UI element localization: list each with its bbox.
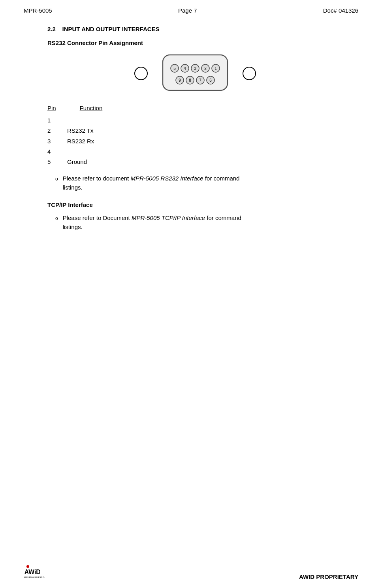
rs232-bullets: o Please refer to document MPR-5005 RS23… <box>55 174 342 192</box>
rs232-subtitle: RS232 Connector Pin Assignment <box>47 39 342 46</box>
svg-text:1: 1 <box>215 66 217 71</box>
rs232-section: RS232 Connector Pin Assignment 5 4 <box>47 39 342 192</box>
pin-rows: 1 2 RS232 Tx 3 RS232 Rx 4 5 Ground <box>47 115 342 167</box>
svg-text:6: 6 <box>209 78 212 83</box>
connector-diagram: 5 4 3 2 1 9 <box>47 52 342 95</box>
svg-text:3: 3 <box>194 66 196 71</box>
tcpip-bullet-icon: o <box>55 215 58 231</box>
left-circle <box>134 67 148 80</box>
rs232-bullet-item: o Please refer to document MPR-5005 RS23… <box>55 174 342 192</box>
rs232-bullet-text: Please refer to document MPR-5005 RS232 … <box>63 174 260 192</box>
function-col-header: Function <box>80 105 103 111</box>
pin-row-3: 3 RS232 Rx <box>47 136 342 147</box>
header-right: Doc# 041326 <box>323 7 358 14</box>
pin-row-2: 2 RS232 Tx <box>47 126 342 136</box>
svg-text:4: 4 <box>184 66 186 71</box>
header-center: Page 7 <box>178 7 197 14</box>
pin-row-1: 1 <box>47 115 342 126</box>
page-footer: AWID PROPRIETARY <box>0 573 382 580</box>
tcpip-bullets: o Please refer to Document MPR-5005 TCP/… <box>55 214 342 231</box>
pin-table: Pin Function 1 2 RS232 Tx 3 RS232 Rx <box>47 105 342 167</box>
tcpip-bullet-text: Please refer to Document MPR-5005 TCP/IP… <box>63 214 260 231</box>
svg-rect-0 <box>163 55 228 90</box>
svg-text:7: 7 <box>199 78 201 83</box>
connector-body: 5 4 3 2 1 9 <box>160 52 231 95</box>
tcpip-section: TCP/IP Interface o Please refer to Docum… <box>47 201 342 231</box>
svg-text:9: 9 <box>179 78 181 83</box>
tcpip-bullet-item: o Please refer to Document MPR-5005 TCP/… <box>55 214 342 231</box>
main-content: 2.2 INPUT AND OUTPUT INTERFACES RS232 Co… <box>0 18 382 255</box>
footer-proprietary: AWID PROPRIETARY <box>299 573 358 580</box>
connector-svg: 5 4 3 2 1 9 <box>160 52 231 95</box>
svg-text:APPLIED WIRELESS ID: APPLIED WIRELESS ID <box>24 577 45 579</box>
header-left: MPR-5005 <box>24 7 52 14</box>
page-header: MPR-5005 Page 7 Doc# 041326 <box>0 0 382 18</box>
svg-text:5: 5 <box>173 66 176 71</box>
pin-row-4: 4 <box>47 147 342 157</box>
tcpip-subtitle: TCP/IP Interface <box>47 201 342 208</box>
pin-col-header: Pin <box>47 105 56 111</box>
pin-table-header: Pin Function <box>47 105 342 111</box>
bullet-icon: o <box>55 175 58 192</box>
right-circle <box>243 67 256 80</box>
svg-text:AWiD: AWiD <box>24 569 41 575</box>
svg-text:8: 8 <box>189 78 191 83</box>
footer-logo: AWiD APPLIED WIRELESS ID <box>24 564 51 580</box>
awid-logo-svg: AWiD APPLIED WIRELESS ID <box>24 564 51 580</box>
svg-text:2: 2 <box>204 66 207 71</box>
section-title: 2.2 INPUT AND OUTPUT INTERFACES <box>47 26 342 32</box>
pin-row-5: 5 Ground <box>47 157 342 167</box>
svg-point-19 <box>26 565 29 568</box>
